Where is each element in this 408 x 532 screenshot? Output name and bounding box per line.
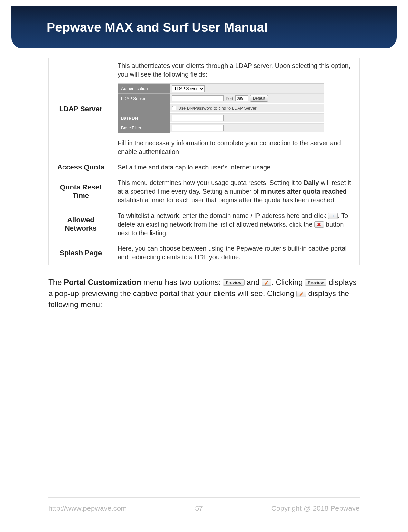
footer-page-number: 57	[127, 504, 271, 513]
ldap-basefilter-input[interactable]	[172, 125, 224, 131]
label-access-quota: Access Quota	[49, 160, 113, 175]
ldap-field-label-basedn: Base DN	[118, 113, 170, 123]
desc-ldap-server: This authenticates your clients through …	[113, 58, 360, 160]
portal-customization-paragraph: The Portal Customization menu has two op…	[48, 277, 360, 310]
desc-access-quota: Set a time and data cap to each user's I…	[113, 160, 360, 175]
quota-reset-bold-minutes: minutes after quota reached	[260, 188, 347, 195]
edit-icon-2[interactable]	[296, 291, 306, 297]
desc-splash-page: Here, you can choose between using the P…	[113, 241, 360, 265]
ldap-port-input[interactable]	[235, 95, 248, 101]
ldap-default-button[interactable]: Default	[250, 95, 268, 102]
preview-button[interactable]: Preview	[223, 279, 245, 286]
definitions-table: LDAP Server This authenticates your clie…	[48, 58, 360, 265]
para-bold-portal: Portal Customization	[64, 278, 141, 286]
ldap-basedn-input[interactable]	[172, 115, 224, 121]
delete-icon[interactable]: ✖	[314, 221, 324, 228]
main-content: LDAP Server This authenticates your clie…	[48, 58, 360, 310]
ldap-config-screenshot: Authentication LDAP Server LDAP Server	[118, 83, 324, 133]
ldap-outro-text: Fill in the necessary information to com…	[118, 139, 355, 156]
row-ldap-server: LDAP Server This authenticates your clie…	[49, 58, 360, 160]
para-text-3: . Clicking	[271, 278, 305, 286]
ldap-use-dn-label: Use DN/Password to bind to LDAP Server	[178, 105, 257, 111]
quota-reset-text-1: This menu determines how your usage quot…	[118, 179, 304, 186]
page-footer: http://www.pepwave.com 57 Copyright @ 20…	[48, 497, 360, 513]
para-text-and: and	[245, 278, 262, 286]
label-quota-reset: Quota Reset Time	[49, 175, 113, 208]
ldap-use-dn-checkbox[interactable]	[172, 106, 176, 110]
row-quota-reset: Quota Reset Time This menu determines ho…	[49, 175, 360, 208]
ldap-port-label: Port	[226, 96, 233, 102]
label-ldap-server: LDAP Server	[49, 58, 113, 160]
label-splash-page: Splash Page	[49, 241, 113, 265]
page-header: Pepwave MAX and Surf User Manual	[11, 6, 397, 48]
edit-icon[interactable]	[262, 279, 271, 286]
label-allowed-networks: Allowed Networks	[49, 208, 113, 241]
ldap-auth-select[interactable]: LDAP Server	[172, 85, 205, 92]
ldap-field-label-server: LDAP Server	[118, 93, 170, 103]
page-title: Pepwave MAX and Surf User Manual	[47, 20, 268, 34]
ldap-field-label-spacer	[118, 103, 170, 113]
row-allowed-networks: Allowed Networks To whitelist a network,…	[49, 208, 360, 241]
quota-reset-text-3: establish a timer for each user that beg…	[118, 197, 336, 204]
allowed-text-1b: .	[338, 212, 340, 219]
para-text-1: The	[48, 278, 64, 286]
row-access-quota: Access Quota Set a time and data cap to …	[49, 160, 360, 175]
add-icon[interactable]: +	[328, 213, 338, 219]
para-text-2: menu has two options:	[141, 278, 223, 286]
footer-url: http://www.pepwave.com	[48, 504, 127, 513]
footer-copyright: Copyright @ 2018 Pepwave	[271, 504, 360, 513]
desc-quota-reset: This menu determines how your usage quot…	[113, 175, 360, 208]
row-splash-page: Splash Page Here, you can choose between…	[49, 241, 360, 265]
desc-allowed-networks: To whitelist a network, enter the domain…	[113, 208, 360, 241]
ldap-field-label-basefilter: Base Filter	[118, 123, 170, 133]
ldap-field-label-authentication: Authentication	[118, 84, 170, 93]
ldap-server-input[interactable]	[172, 95, 224, 101]
preview-button-2[interactable]: Preview	[305, 279, 326, 286]
allowed-text-1: To whitelist a network, enter the domain…	[118, 212, 328, 219]
ldap-intro-text: This authenticates your clients through …	[118, 62, 355, 79]
quota-reset-bold-daily: Daily	[304, 179, 319, 186]
